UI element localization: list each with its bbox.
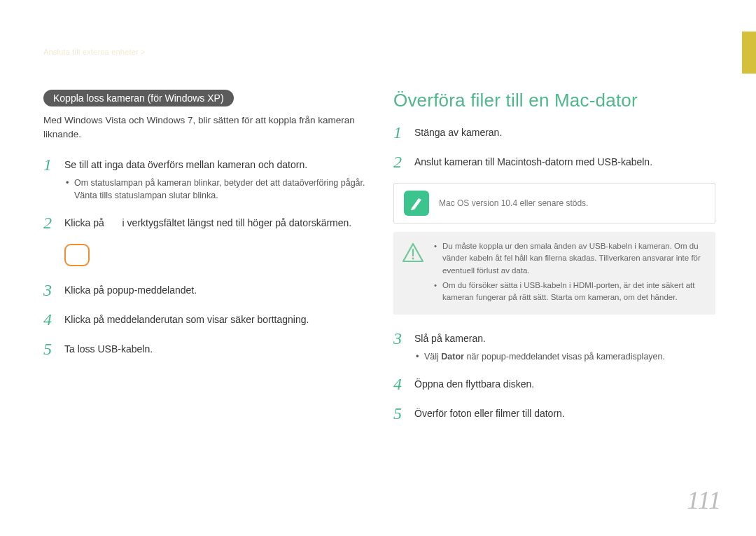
step-text: Se till att inga data överförs mellan ka… <box>64 156 365 202</box>
step-5: 5 Överför foton eller filmer till datorn… <box>393 405 715 422</box>
step-number: 2 <box>393 153 406 170</box>
step-3: 3 Klicka på popup-meddelandet. <box>43 282 365 298</box>
note-icon <box>404 191 429 216</box>
warning-list: Du måste koppla ur den smala änden av US… <box>434 240 706 306</box>
step-1-sub: Om statuslampan på kameran blinkar, bety… <box>64 177 365 202</box>
step-number: 5 <box>393 405 406 422</box>
step-number: 3 <box>393 330 406 363</box>
step-3: 3 Slå på kameran. Välj Dator när popup-m… <box>393 330 715 363</box>
step-number: 5 <box>43 341 56 357</box>
step-4: 4 Klicka på meddelanderutan som visar sä… <box>43 311 365 328</box>
warning-icon <box>402 242 424 264</box>
step-number: 4 <box>393 376 406 392</box>
tray-icon-placeholder <box>64 244 365 269</box>
breadcrumb: Ansluta till externa enheter > <box>43 48 146 56</box>
step-2-text-b: i verktygsfältet längst ned till höger p… <box>122 217 352 228</box>
step-1: 1 Se till att inga data överförs mellan … <box>43 156 365 202</box>
step-number: 2 <box>43 214 56 231</box>
step-number: 3 <box>43 282 56 298</box>
safely-remove-icon <box>64 244 90 266</box>
step-3-text: Slå på kameran. <box>414 333 486 344</box>
left-column: Koppla loss kameran (för Windows XP) Med… <box>43 90 365 434</box>
step-3-sub: Välj Dator när popup-meddelandet visas p… <box>414 350 665 363</box>
step-text: Anslut kameran till Macintosh-datorn med… <box>414 153 652 170</box>
step-3-sub-pre: Välj <box>424 352 441 362</box>
step-3-sub-bold: Dator <box>441 352 464 362</box>
step-1: 1 Stänga av kameran. <box>393 124 715 141</box>
step-text: Öppna den flyttbara disken. <box>414 376 534 392</box>
step-text: Ta loss USB-kabeln. <box>64 341 153 357</box>
step-number: 1 <box>393 124 406 141</box>
warning-box: Du måste koppla ur den smala änden av US… <box>393 232 715 315</box>
section-title: Överföra filer till en Mac-dator <box>393 90 715 111</box>
warning-item: Om du försöker sätta i USB-kabeln i HDMI… <box>434 280 706 304</box>
page-content: Koppla loss kameran (för Windows XP) Med… <box>43 90 715 434</box>
note-box: Mac OS version 10.4 eller senare stöds. <box>393 183 715 224</box>
step-2: 2 Klicka på i verktygsfältet längst ned … <box>43 214 365 231</box>
step-text: Slå på kameran. Välj Dator när popup-med… <box>414 330 665 363</box>
step-number: 4 <box>43 311 56 328</box>
section-pill: Koppla loss kameran (för Windows XP) <box>43 90 234 106</box>
step-5: 5 Ta loss USB-kabeln. <box>43 341 365 357</box>
section-tab <box>742 32 756 74</box>
step-text: Klicka på popup-meddelandet. <box>64 282 197 298</box>
step-text: Klicka på meddelanderutan som visar säke… <box>64 311 309 328</box>
step-4: 4 Öppna den flyttbara disken. <box>393 376 715 392</box>
page-number: 111 <box>687 486 721 515</box>
intro-text: Med Windows Vista och Windows 7, blir sä… <box>43 114 365 141</box>
step-text: Stänga av kameran. <box>414 124 502 141</box>
step-text: Klicka på i verktygsfältet längst ned ti… <box>64 214 351 231</box>
step-2-text-a: Klicka på <box>64 217 107 228</box>
step-3-sub-post: när popup-meddelandet visas på kameradis… <box>464 352 665 362</box>
step-number: 1 <box>43 156 56 202</box>
step-2: 2 Anslut kameran till Macintosh-datorn m… <box>393 153 715 170</box>
warning-item: Du måste koppla ur den smala änden av US… <box>434 240 706 277</box>
right-column: Överföra filer till en Mac-dator 1 Stäng… <box>393 90 715 434</box>
step-text: Överför foton eller filmer till datorn. <box>414 405 565 422</box>
step-1-text: Se till att inga data överförs mellan ka… <box>64 159 307 170</box>
note-text: Mac OS version 10.4 eller senare stöds. <box>439 198 588 208</box>
svg-point-1 <box>412 258 414 260</box>
